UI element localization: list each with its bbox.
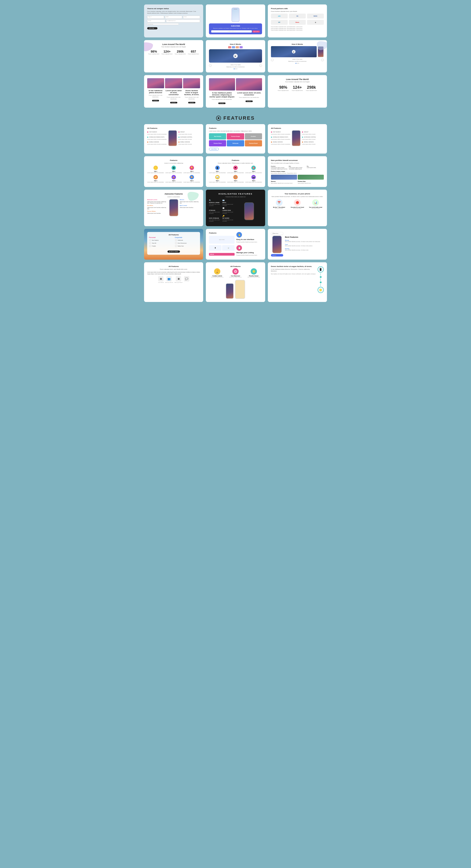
donec-title: Donec facilisis tortor ut augue facilisi… [271, 266, 316, 268]
img-card-title-1b: Lorem ipsum dolor sit amet, consectetur [165, 90, 182, 96]
all-feat-icons-title: All Features [147, 266, 200, 268]
icon-folder: 📁 [153, 175, 158, 179]
dot-pink-1 [147, 131, 148, 133]
card-highlighted-features: HIGHLIGHTED FEATURES Features that make … [206, 190, 265, 226]
dot-teal-3 [271, 136, 272, 138]
dot-orange-1 [147, 142, 148, 143]
feat-download-2: DOWNLOAD HIDDEN FONTS [271, 136, 291, 138]
awesome-left-title-2: Excellent [147, 205, 168, 206]
video-thumb-1[interactable]: ▶ [209, 49, 262, 63]
city-all-feat-title: All Features [149, 234, 198, 236]
logo-nasa: NASA [307, 13, 324, 19]
three-icon-item-3: ⭐ Phasellus Semper Nam porttitor blandit… [245, 268, 262, 278]
img-card-title-2b: Lorem ipsum dolor sit amet, consectetur [236, 92, 262, 96]
awesome-left-text-1: Ullamcorper lorem faucibus adipiscing fe… [147, 201, 168, 204]
image-strip-2 [209, 78, 262, 91]
dot-orange-4 [302, 142, 303, 143]
phone-mockup-features-1 [168, 130, 177, 146]
card-best-features: 💬 Amet lorem Great! 👍 Best Features Mana… [268, 229, 327, 259]
highlighted-layout: 🔍 SEARCH LOREM Lorem ipsum dolor sit ame… [209, 199, 262, 223]
feat-grid-item-12: 📷 Title 6 Lorem ipsum dolor sit consecte… [245, 175, 262, 183]
stat-124b: 124+ Fusce vulputate lorem [292, 85, 303, 91]
img-box-1a [147, 78, 164, 88]
feat-widget-text-2: Lorem ipsum dolor sit amet [302, 133, 316, 135]
business-icon-social: 📊 Your social media sorted Nam porttitor… [307, 199, 324, 209]
hl-data-storage-text: Lorem ipsum dolor sit amet consectetur [209, 219, 221, 222]
img-card-text-2a: Fusce vulputate lorem, quis blandit dolo… [209, 99, 235, 100]
img-card-2a: In hac habitasse platea dictumst. Adipis… [209, 92, 235, 104]
features-row-5: All Features Fusce vulputate lorem, quis… [144, 262, 327, 302]
business-icon-text-3: Nam porttitor blandit [307, 208, 324, 209]
explore-button[interactable]: EXPLORE → [147, 27, 157, 29]
business-icon-text-1: Nam porttitor blandit [271, 208, 288, 209]
phone-features-layout-2: FAST SEARCH Lorem ipsum dolor sit amet c… [271, 130, 324, 146]
phone-features-right-2: WIDGET Lorem ipsum dolor sit amet KEYBOA… [302, 131, 316, 145]
read-more-btn-2b[interactable]: Read More [245, 100, 253, 102]
list-icon: 📋 [238, 247, 241, 249]
icon-heart: ❤ [233, 165, 238, 170]
dot-orange-2 [178, 142, 179, 143]
read-more-btn-1b[interactable]: Read More [170, 102, 177, 103]
lorem-span-icon: 💬 [222, 207, 235, 209]
premiere-text: Nam porttitor blandit lorem. [298, 183, 324, 184]
compare-label-c2: Drat A Elementum [178, 243, 187, 244]
read-more-btn-1a[interactable]: Read More [152, 100, 159, 101]
feat-grid-item-6: 🎨 Title 6 Lorem ipsum dolor sit consecte… [183, 175, 200, 183]
compare-label-p3: Fringilla [152, 245, 156, 247]
card-features-6icons-1: Features Lorem in consectetur adipiscing… [144, 156, 203, 187]
awesome-left-title-3: Focus Ultima [147, 211, 168, 212]
stat-124-label: Fusce vulputate lorem [161, 53, 172, 55]
subscribe-input[interactable]: email@example.com [211, 30, 252, 33]
prev-arrow-2[interactable]: ‹ [271, 59, 274, 61]
card-subscribe: SUBSCRIBE Receive updates and latest new… [206, 4, 265, 37]
compare-label-p1: Nam Dapibus [152, 240, 158, 241]
compare-icon-c3 [175, 245, 177, 247]
feat-mobile-2: MOBILE VERSION [302, 141, 316, 143]
manage-title: Manage your Listing [236, 252, 262, 254]
feat-grid-item-10: 📊 Title 4 Lorem ipsum dolor sit consecte… [209, 175, 226, 183]
read-more-btn-2a[interactable]: Read More [218, 102, 226, 104]
icon-chat: 💬 [184, 276, 189, 281]
feat-enable-text-1: Lorem ipsum dolor sit amet consectetur [147, 144, 167, 145]
subscribe-button[interactable]: Sign up Now [253, 31, 260, 33]
next-arrow-1[interactable]: › [259, 64, 262, 67]
play-button-2[interactable]: ▶ [292, 50, 295, 54]
hl-lorem-span-title: LOREM SPAN [222, 210, 235, 211]
best-features-layout: 💬 Amet lorem Great! 👍 Best Features Mana… [271, 232, 324, 256]
calendar-icon-circle: 📅 [276, 199, 283, 206]
feat-grid-text-6: Lorem ipsum dolor sit consectetur [183, 181, 200, 183]
icon-monitor: 🖥 [176, 276, 181, 281]
play-button-1[interactable]: ▶ [233, 54, 238, 58]
watch-video-button[interactable]: ▶ WATCH VIDEO [168, 250, 180, 253]
phone-best [272, 236, 282, 253]
card-donec-illustration: Donec facilisis tortor ut augue facilisi… [268, 262, 327, 302]
nam-section-3-row: Shannon Nam porttitor blandit lorem accu… [271, 181, 324, 184]
next-arrow-2[interactable]: › [321, 59, 324, 61]
easy-use-icon: 👆 [236, 232, 242, 238]
awesome-left-text-2: Ullamcorper lorem faucibus adipiscing fe… [147, 207, 168, 210]
slider-dots-1 [209, 68, 262, 69]
best-item-manage: Manage Nam porttitor blandit accumsan. U… [285, 240, 324, 243]
compare-layout: Personal Nam Dapibus Vitae Elit Fringill… [149, 237, 198, 248]
learn-more-button-tiles[interactable]: Learn More [209, 148, 219, 150]
nam-item-1: Explain Lorem ipsum dolor sit amet conse… [271, 165, 288, 169]
love-subtitle-2: Fusc tincidunt vulputate enim nec feugia… [271, 81, 324, 83]
hl-vip-text: Lorem ipsum dolor sit amet consectetur [222, 219, 235, 222]
feat-fast-search-2: FAST SEARCH [271, 131, 291, 133]
business-title: Your business, on your phone [271, 193, 324, 195]
features-section-header: FEATURES [144, 110, 327, 124]
img-card-text-2b: Fusce vulputate lorem, quis blandit dolo… [236, 97, 262, 98]
compare-label-c3: Nullam Nam [178, 245, 184, 247]
feat-grid-item-2: 🖼 Title 2 Lorem ipsum dolor sit consecte… [165, 165, 182, 174]
feature-list-left-2: FAST SEARCH Lorem ipsum dolor sit amet c… [271, 131, 291, 145]
stat-298kb: 298k Fusce vulputate lorem [306, 85, 317, 91]
img-card-text-1b: Fusce vulputate lorem, quis blandit dolo… [165, 96, 182, 100]
hl-email-title: EMAIL [222, 202, 235, 203]
prev-arrow-1[interactable]: ‹ [209, 64, 212, 67]
logo-beats: Beats [289, 20, 306, 25]
img-card-text-1a: Fusce vulputate lorem, quis blandit dolo… [147, 94, 164, 98]
read-more-btn-1c[interactable]: Read More [188, 102, 195, 103]
feat-mobile-label-2: MOBILE VERSION [304, 141, 314, 143]
video-thumb-2[interactable]: ▶ [271, 46, 317, 57]
feat-widget-2: WIDGET [302, 131, 316, 133]
